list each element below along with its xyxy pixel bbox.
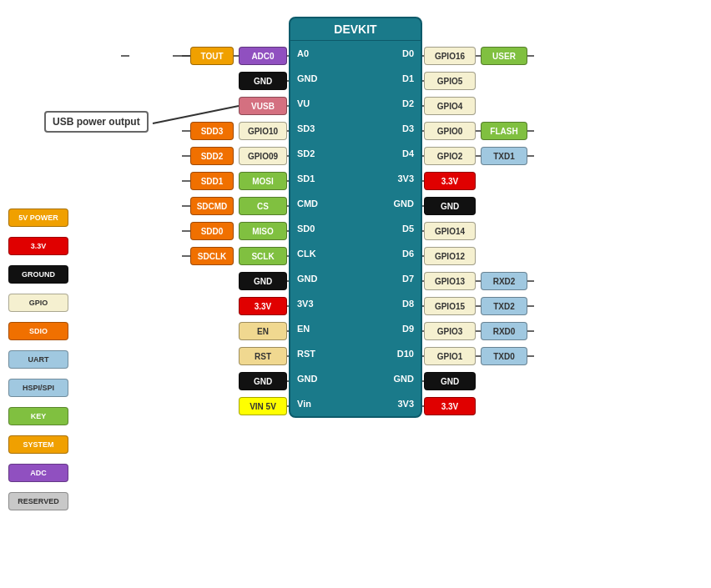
legend-item: HSPI/SPI	[8, 379, 68, 397]
pin-box: GPIO12	[424, 247, 476, 265]
chip-row: VUD2	[290, 91, 421, 116]
chip-right-pin: GND	[394, 199, 414, 209]
chip-left-pin: SD3	[297, 123, 315, 133]
pin-box: 3.3V	[424, 172, 476, 190]
chip-left-pin: SD0	[297, 224, 315, 234]
pin-box: RXD0	[481, 322, 527, 340]
pin-box: ADC0	[239, 47, 287, 65]
chip-left-pin: Vin	[297, 399, 311, 409]
pin-box: EN	[239, 322, 287, 340]
chip-right-pin: D2	[402, 98, 414, 108]
chip-right-pin: GND	[394, 374, 414, 384]
chip-right-pin: D1	[402, 73, 414, 83]
chip-row: CLKD6	[290, 241, 421, 266]
pin-box: TXD2	[481, 297, 527, 315]
chip-body: DEVKITA0D0GNDD1VUD2SD3D3SD2D4SD13V3CMDGN…	[289, 17, 422, 418]
legend-item: KEY	[8, 407, 68, 425]
legend-item: UART	[8, 350, 68, 369]
legend-item: RESERVED	[8, 492, 68, 510]
chip-left-pin: EN	[297, 324, 310, 334]
pin-box: GPIO4	[424, 97, 476, 115]
chip-left-pin: CLK	[297, 249, 316, 259]
pin-box: GPIO10	[239, 122, 287, 140]
chip-right-pin: D0	[402, 48, 414, 58]
pin-box: FLASH	[481, 122, 527, 140]
chip-left-pin: SD1	[297, 173, 315, 183]
pin-box: RXD2	[481, 272, 527, 290]
pin-box: VIN 5V	[239, 397, 287, 415]
pin-box: TXD1	[481, 147, 527, 165]
chip-row: 3V3D8	[290, 291, 421, 316]
pin-box: USER	[481, 47, 527, 65]
pin-box: GPIO1	[424, 347, 476, 365]
pin-box: GPIO15	[424, 297, 476, 315]
legend-item: SDIO	[8, 322, 68, 340]
legend-item: ADC	[8, 464, 68, 482]
chip-row: CMDGND	[290, 191, 421, 216]
chip-left-pin: SD2	[297, 148, 315, 158]
pin-box: GPIO3	[424, 322, 476, 340]
pin-box: GPIO16	[424, 47, 476, 65]
chip-left-pin: A0	[297, 48, 309, 58]
chip-row: RSTD10	[290, 341, 421, 366]
chip-right-pin: D7	[402, 274, 414, 284]
pin-box: GPIO0	[424, 122, 476, 140]
pin-box: MOSI	[239, 172, 287, 190]
pin-box: SCLK	[239, 247, 287, 265]
chip-row: SD13V3	[290, 166, 421, 191]
chip-right-pin: D4	[402, 148, 414, 158]
chip-title: DEVKIT	[290, 18, 421, 41]
pin-box: GND	[239, 372, 287, 390]
chip-right-pin: D5	[402, 224, 414, 234]
legend-item: SYSTEM	[8, 435, 68, 454]
usb-power-label: USB power output	[44, 111, 149, 133]
pin-box: GND	[424, 372, 476, 390]
chip-row: Vin3V3	[290, 391, 421, 416]
chip-left-pin: GND	[297, 274, 317, 284]
chip-left-pin: GND	[297, 374, 317, 384]
pin-box: SDCMD	[190, 197, 234, 215]
pin-box: GND	[239, 272, 287, 290]
legend-item: 3.3V	[8, 237, 68, 255]
chip-row: SD3D3	[290, 116, 421, 141]
pin-box: SDD2	[190, 147, 234, 165]
chip-left-pin: VU	[297, 98, 310, 108]
chip-row: SD2D4	[290, 141, 421, 166]
chip-row: GNDGND	[290, 366, 421, 391]
pin-box: GPIO13	[424, 272, 476, 290]
pin-box: SDD1	[190, 172, 234, 190]
pin-box: GPIO09	[239, 147, 287, 165]
pin-box: SDCLK	[190, 247, 234, 265]
pin-box: GPIO5	[424, 72, 476, 90]
chip-left-pin: CMD	[297, 199, 318, 209]
pin-box: CS	[239, 197, 287, 215]
chip-row: GNDD1	[290, 66, 421, 91]
diagram: DEVKITA0D0GNDD1VUD2SD3D3SD2D4SD13V3CMDGN…	[0, 0, 711, 588]
chip-left-pin: RST	[297, 349, 315, 359]
chip-row: END9	[290, 316, 421, 341]
chip-right-pin: D3	[402, 123, 414, 133]
pin-box: 3.3V	[239, 297, 287, 315]
chip-right-pin: D6	[402, 249, 414, 259]
chip-right-pin: 3V3	[397, 399, 414, 409]
chip-right-pin: 3V3	[397, 173, 414, 183]
chip-left-pin: GND	[297, 73, 317, 83]
pin-box: GND	[424, 197, 476, 215]
pin-box: GND	[239, 72, 287, 90]
legend-item: 5V POWER	[8, 209, 68, 227]
pin-box: SDD3	[190, 122, 234, 140]
legend-item: GPIO	[8, 294, 68, 312]
pin-box: TOUT	[190, 47, 234, 65]
pin-box: GPIO14	[424, 222, 476, 240]
pin-box: VUSB	[239, 97, 287, 115]
pin-box: SDD0	[190, 222, 234, 240]
pin-box: RST	[239, 347, 287, 365]
chip-row: A0D0	[290, 41, 421, 66]
legend-item: GROUND	[8, 265, 68, 284]
chip-right-pin: D9	[402, 324, 414, 334]
pin-box: MISO	[239, 222, 287, 240]
chip-row: GNDD7	[290, 266, 421, 291]
pin-box: GPIO2	[424, 147, 476, 165]
chip-row: SD0D5	[290, 216, 421, 241]
pin-box: 3.3V	[424, 397, 476, 415]
